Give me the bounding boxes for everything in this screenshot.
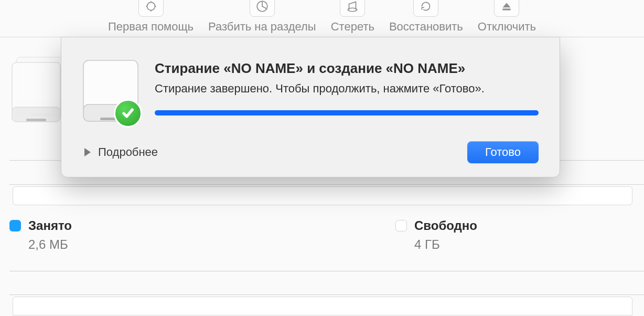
done-button[interactable]: Готово bbox=[467, 141, 539, 163]
toolbar-label: Стереть bbox=[331, 20, 374, 34]
toolbar-label: Первая помощь bbox=[108, 20, 194, 34]
toolbar-partition[interactable]: Разбить на разделы bbox=[206, 9, 318, 34]
usage-used: Занято 2,6 МБ bbox=[9, 218, 72, 252]
toolbar: Первая помощь Разбить на разделы Стереть… bbox=[0, 0, 644, 37]
partition-icon bbox=[250, 0, 275, 17]
free-swatch bbox=[395, 220, 407, 231]
dialog-title: Стирание «NO NAME» и создание «NO NAME» bbox=[155, 60, 539, 77]
usage-free: Свободно 4 ГБ bbox=[395, 218, 477, 252]
toolbar-label: Отключить bbox=[478, 20, 536, 34]
restore-icon bbox=[413, 0, 438, 17]
toolbar-label: Разбить на разделы bbox=[208, 20, 316, 34]
erase-icon bbox=[340, 0, 365, 17]
used-label: Занято bbox=[28, 218, 72, 233]
toolbar-restore[interactable]: Восстановить bbox=[387, 9, 465, 34]
first-aid-icon bbox=[138, 0, 164, 17]
details-label: Подробнее bbox=[98, 145, 158, 159]
free-value: 4 ГБ bbox=[414, 237, 477, 252]
progress-bar bbox=[155, 110, 539, 115]
toolbar-first-aid[interactable]: Первая помощь bbox=[106, 9, 196, 34]
divider bbox=[9, 271, 644, 271]
svg-point-0 bbox=[147, 2, 155, 10]
secondary-bar bbox=[13, 297, 632, 315]
svg-rect-3 bbox=[503, 8, 511, 10]
erase-complete-dialog: Стирание «NO NAME» и создание «NO NAME» … bbox=[61, 37, 560, 177]
eject-icon bbox=[494, 0, 519, 17]
details-toggle[interactable]: Подробнее bbox=[84, 145, 158, 159]
divider bbox=[9, 294, 644, 295]
toolbar-erase[interactable]: Стереть bbox=[329, 9, 377, 34]
dialog-disk-icon bbox=[82, 59, 139, 124]
used-value: 2,6 МБ bbox=[28, 237, 72, 252]
toolbar-eject[interactable]: Отключить bbox=[476, 9, 538, 34]
free-label: Свободно bbox=[414, 218, 477, 233]
dialog-message: Стирание завершено. Чтобы продолжить, на… bbox=[155, 82, 539, 96]
usage-bar bbox=[13, 186, 632, 205]
toolbar-label: Восстановить bbox=[389, 20, 463, 34]
success-check-icon bbox=[114, 99, 142, 128]
disclosure-triangle-icon bbox=[84, 148, 91, 156]
divider bbox=[9, 184, 644, 185]
usage-stats: Занято 2,6 МБ Свободно 4 ГБ bbox=[9, 218, 635, 252]
used-swatch bbox=[9, 220, 21, 231]
